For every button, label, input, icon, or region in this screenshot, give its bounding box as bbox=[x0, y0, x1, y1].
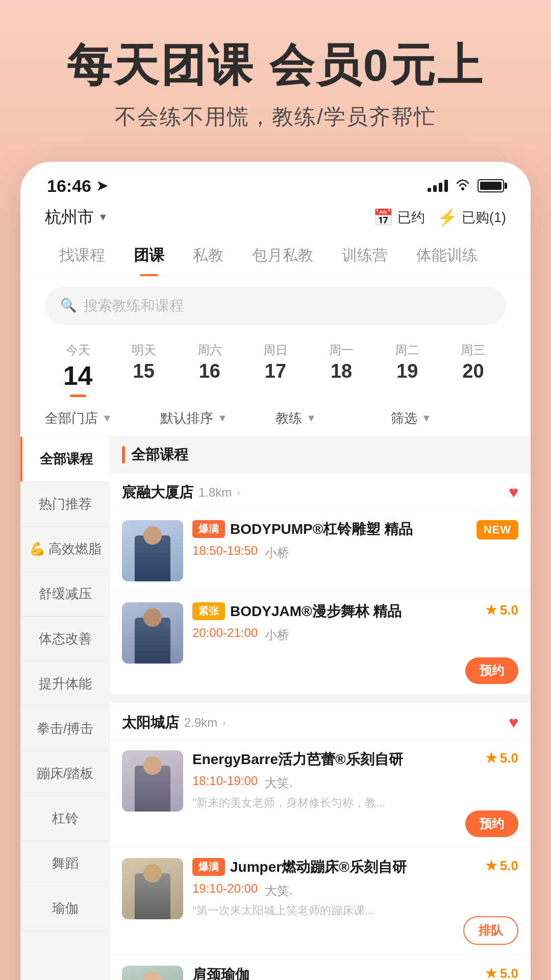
course-time-4: 19:10-20:00 bbox=[192, 881, 258, 896]
gym-name-row-1[interactable]: 宸融大厦店 1.8km › bbox=[122, 483, 240, 502]
date-tue[interactable]: 周二 19 bbox=[374, 338, 440, 395]
date-mon[interactable]: 周一 18 bbox=[309, 338, 374, 395]
location-dropdown-icon: ▼ bbox=[98, 211, 108, 223]
date-today[interactable]: 今天 14 bbox=[45, 338, 111, 395]
star-icon-2: ★ bbox=[485, 602, 497, 618]
sidebar-item-popular[interactable]: 热门推荐 bbox=[20, 482, 110, 527]
tab-find-course[interactable]: 找课程 bbox=[45, 237, 119, 276]
star-icon-3: ★ bbox=[485, 750, 497, 766]
filter-store-arrow: ▼ bbox=[102, 412, 112, 424]
course-thumb-2 bbox=[122, 602, 183, 664]
gym-section-1: 宸融大厦店 1.8km › ♥ bbox=[110, 473, 531, 695]
book-button-2[interactable]: 预约 bbox=[465, 657, 518, 684]
sidebar-item-yoga[interactable]: 瑜伽 bbox=[20, 886, 110, 931]
tab-fitness-training[interactable]: 体能训练 bbox=[402, 237, 492, 276]
course-name-5: 肩颈瑜伽 bbox=[192, 966, 518, 980]
calendar-check-icon: 📅 bbox=[373, 208, 393, 227]
section-bar bbox=[122, 446, 125, 463]
sidebar: 全部课程 热门推荐 💪 高效燃脂 舒缓减压 体态改善 提升体能 拳击/搏击 bbox=[20, 437, 110, 980]
gym-name-row-2[interactable]: 太阳城店 2.9km › bbox=[122, 713, 226, 732]
gym-favorite-icon-1[interactable]: ♥ bbox=[509, 483, 518, 502]
sidebar-item-relax[interactable]: 舒缓减压 bbox=[20, 572, 110, 617]
filter-store[interactable]: 全部门店 ▼ bbox=[45, 409, 160, 427]
course-info-5: 肩颈瑜伽 20:05-21:05 夏瑾 bbox=[192, 966, 518, 980]
sidebar-item-all[interactable]: 全部课程 bbox=[20, 437, 110, 482]
all-courses-title: 全部课程 bbox=[131, 445, 188, 464]
course-rating-3: ★ 5.0 bbox=[485, 750, 518, 766]
tab-personal-training[interactable]: 私教 bbox=[179, 237, 238, 276]
purchased-button[interactable]: ⚡ 已购(1) bbox=[437, 208, 506, 227]
date-wed[interactable]: 周三 20 bbox=[440, 338, 506, 395]
filter-row: 全部门店 ▼ 默认排序 ▼ 教练 ▼ 筛选 ▼ bbox=[20, 400, 531, 437]
sidebar-item-burn-fat[interactable]: 💪 高效燃脂 bbox=[20, 527, 110, 572]
sidebar-item-dance[interactable]: 舞蹈 bbox=[20, 841, 110, 886]
search-icon: 🔍 bbox=[60, 298, 77, 313]
wifi-icon bbox=[455, 178, 470, 194]
course-name-1: BODYPUMP®杠铃雕塑 精品 bbox=[230, 520, 518, 538]
course-info-2: 紧张 BODYJAM®漫步舞林 精品 20:00-21:00 小桥 bbox=[192, 602, 518, 644]
date-tomorrow[interactable]: 明天 15 bbox=[111, 338, 177, 395]
status-time: 16:46 ➤ bbox=[47, 176, 108, 196]
date-sun[interactable]: 周日 17 bbox=[242, 338, 308, 395]
filter-sort[interactable]: 默认排序 ▼ bbox=[160, 409, 276, 427]
header-actions: 📅 已约 ⚡ 已购(1) bbox=[373, 208, 506, 227]
status-icons bbox=[428, 178, 504, 194]
date-sat[interactable]: 周六 16 bbox=[177, 338, 242, 395]
gym-nav-arrow-1: › bbox=[237, 486, 240, 498]
tab-training-camp[interactable]: 训练营 bbox=[328, 237, 402, 276]
course-trainer-3: 大笑. bbox=[265, 775, 293, 791]
sidebar-item-trampoline[interactable]: 蹦床/踏板 bbox=[20, 751, 110, 796]
location-selector[interactable]: 杭州市 ▼ bbox=[45, 206, 108, 229]
sidebar-item-barbell[interactable]: 杠铃 bbox=[20, 796, 110, 841]
gym-favorite-icon-2[interactable]: ♥ bbox=[509, 713, 518, 732]
course-rating-4: ★ 5.0 bbox=[485, 858, 518, 874]
course-card-4: 爆满 Jumper燃动蹦床®乐刻自研 19:10-20:00 大笑. "第一次来… bbox=[110, 848, 531, 955]
phone-frame: 16:46 ➤ 杭 bbox=[20, 162, 531, 980]
filter-screen[interactable]: 筛选 ▼ bbox=[391, 409, 506, 427]
course-name-4: Jumper燃动蹦床®乐刻自研 bbox=[230, 858, 518, 876]
course-thumb-3 bbox=[122, 750, 183, 812]
gym-nav-arrow-2: › bbox=[222, 717, 226, 728]
sidebar-item-fitness[interactable]: 提升体能 bbox=[20, 662, 110, 706]
course-trainer-1: 小桥 bbox=[265, 545, 289, 561]
course-badge-4: 爆满 bbox=[192, 858, 225, 876]
svg-point-0 bbox=[461, 187, 464, 190]
course-info-4: 爆满 Jumper燃动蹦床®乐刻自研 19:10-20:00 大笑. "第一次来… bbox=[192, 858, 518, 919]
tab-monthly-pt[interactable]: 包月私教 bbox=[238, 237, 328, 276]
course-desc-3: "新来的美女老师，身材修长匀称，教... bbox=[192, 795, 518, 811]
tab-group-class[interactable]: 团课 bbox=[119, 237, 179, 276]
nav-tabs: 找课程 团课 私教 包月私教 训练营 体能训练 bbox=[20, 237, 531, 277]
status-bar: 16:46 ➤ bbox=[20, 162, 531, 201]
course-card-2: 紧张 BODYJAM®漫步舞林 精品 20:00-21:00 小桥 ★ 5.0 … bbox=[110, 592, 531, 695]
book-button-4[interactable]: 排队 bbox=[463, 916, 518, 945]
booked-button[interactable]: 📅 已约 bbox=[373, 208, 425, 227]
course-time-2: 20:00-21:00 bbox=[192, 626, 258, 640]
filter-screen-arrow: ▼ bbox=[421, 412, 432, 424]
filter-trainer[interactable]: 教练 ▼ bbox=[276, 409, 391, 427]
gym-header-1: 宸融大厦店 1.8km › ♥ bbox=[110, 473, 531, 510]
course-name-2: BODYJAM®漫步舞林 精品 bbox=[230, 602, 518, 621]
content-area: 全部课程 热门推荐 💪 高效燃脂 舒缓减压 体态改善 提升体能 拳击/搏击 bbox=[20, 437, 531, 980]
sidebar-item-boxing[interactable]: 拳击/搏击 bbox=[20, 706, 110, 751]
new-tag-1: NEW bbox=[477, 520, 518, 540]
filter-trainer-arrow: ▼ bbox=[306, 412, 316, 424]
course-thumb-4 bbox=[122, 858, 183, 919]
muscle-emoji: 💪 bbox=[29, 541, 45, 557]
course-card-3: EnergyBarre活力芭蕾®乐刻自研 18:10-19:00 大笑. "新来… bbox=[110, 740, 531, 848]
app-header: 杭州市 ▼ 📅 已约 ⚡ 已购(1) bbox=[20, 201, 531, 237]
course-rating-2: ★ 5.0 bbox=[485, 602, 518, 618]
course-badge-1: 爆满 bbox=[192, 520, 225, 538]
course-desc-4: "第一次来太阳城上笑老师的蹦床课... bbox=[192, 903, 518, 919]
course-time-3: 18:10-19:00 bbox=[192, 774, 258, 788]
hero-subtitle: 不会练不用慌，教练/学员齐帮忙 bbox=[20, 103, 531, 131]
all-courses-header: 全部课程 bbox=[110, 437, 531, 473]
course-rating-5: ★ 5.0 bbox=[485, 966, 518, 980]
sidebar-item-posture[interactable]: 体态改善 bbox=[20, 617, 110, 662]
course-badge-2: 紧张 bbox=[192, 602, 225, 620]
course-name-3: EnergyBarre活力芭蕾®乐刻自研 bbox=[192, 750, 518, 769]
filter-sort-arrow: ▼ bbox=[217, 412, 228, 424]
course-card-1: 爆满 BODYPUMP®杠铃雕塑 精品 18:50-19:50 小桥 NEW bbox=[110, 510, 531, 592]
search-bar[interactable]: 🔍 搜索教练和课程 bbox=[45, 287, 506, 325]
search-input[interactable]: 搜索教练和课程 bbox=[84, 296, 184, 315]
book-button-3[interactable]: 预约 bbox=[465, 811, 518, 837]
